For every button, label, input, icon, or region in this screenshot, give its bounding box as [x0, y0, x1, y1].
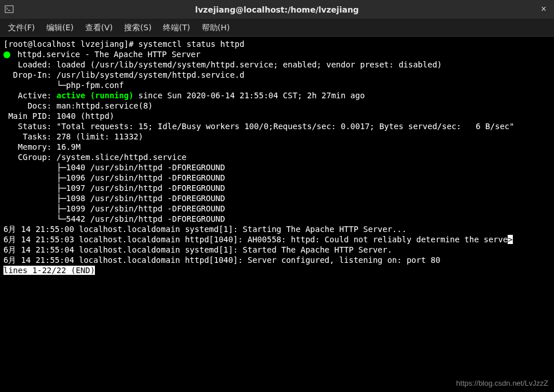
proc-line: ├─1096 /usr/sbin/httpd -DFOREGROUND [3, 173, 551, 183]
menu-search[interactable]: 搜索(S) [118, 21, 157, 35]
proc-line: ├─1099 /usr/sbin/httpd -DFOREGROUND [3, 203, 551, 214]
active-line: Active: active (running) since Sun 2020-… [3, 90, 551, 101]
service-line: httpd.service - The Apache HTTP Server [3, 49, 551, 59]
watermark-text: https://blog.csdn.net/LvJzzZ [456, 379, 548, 387]
menu-file[interactable]: 文件(F) [2, 21, 41, 35]
log-line: 6月 14 21:55:04 localhost.localdomain htt… [3, 255, 551, 265]
log-line: 6月 14 21:55:03 localhost.localdomain htt… [3, 234, 551, 245]
cgroup-line: CGroup: /system.slice/httpd.service [3, 152, 551, 162]
log-line: 6月 14 21:55:04 localhost.localdomain sys… [3, 245, 551, 255]
tasks-line: Tasks: 278 (limit: 11332) [3, 131, 551, 142]
log-line: 6月 14 21:55:00 localhost.localdomain sys… [3, 224, 551, 234]
menu-bar: 文件(F) 编辑(E) 查看(V) 搜索(S) 终端(T) 帮助(H) [0, 19, 554, 37]
pager-status: lines 1-22/22 (END) [3, 266, 95, 275]
prompt-line: [root@localhost lvzejiang]# systemctl st… [3, 39, 551, 49]
proc-line: ├─1097 /usr/sbin/httpd -DFOREGROUND [3, 183, 551, 193]
window-title: lvzejiang@localhost:/home/lvzejiang [195, 5, 358, 14]
terminal-icon [5, 5, 14, 14]
proc-line: └─5442 /usr/sbin/httpd -DFOREGROUND [3, 214, 551, 224]
dropin-line1: Drop-In: /usr/lib/systemd/system/httpd.s… [3, 70, 551, 80]
menu-view[interactable]: 查看(V) [79, 21, 119, 35]
menu-terminal[interactable]: 终端(T) [157, 21, 196, 35]
memory-line: Memory: 16.9M [3, 142, 551, 152]
status-bullet-icon [3, 51, 10, 58]
status-line: Status: "Total requests: 15; Idle/Busy w… [3, 121, 551, 131]
window-titlebar: lvzejiang@localhost:/home/lvzejiang × [0, 0, 554, 19]
menu-help[interactable]: 帮助(H) [196, 21, 236, 35]
proc-line: ├─1040 /usr/sbin/httpd -DFOREGROUND [3, 162, 551, 173]
mainpid-line: Main PID: 1040 (httpd) [3, 111, 551, 121]
proc-line: ├─1098 /usr/sbin/httpd -DFOREGROUND [3, 193, 551, 203]
terminal-area[interactable]: [root@localhost lvzejiang]# systemctl st… [0, 37, 554, 392]
svg-rect-0 [5, 6, 13, 13]
pager-line: lines 1-22/22 (END) [3, 265, 551, 275]
dropin-line2: └─php-fpm.conf [3, 80, 551, 90]
docs-line: Docs: man:httpd.service(8) [3, 101, 551, 111]
line-continuation-marker: > [508, 235, 512, 244]
loaded-line: Loaded: loaded (/usr/lib/systemd/system/… [3, 59, 551, 70]
menu-edit[interactable]: 编辑(E) [41, 21, 79, 35]
close-button[interactable]: × [539, 5, 548, 14]
active-status: active (running) [57, 91, 134, 100]
